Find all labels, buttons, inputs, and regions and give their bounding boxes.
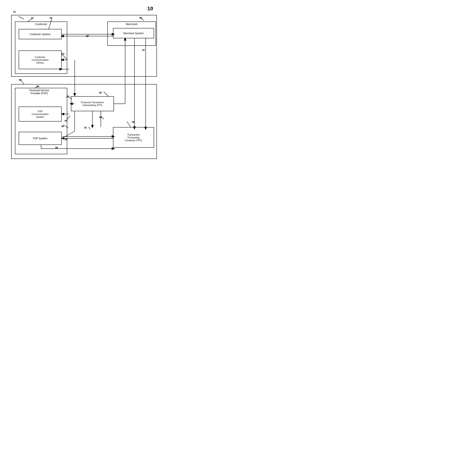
ref-12: 12 (13, 10, 16, 13)
ref-34: 34 (36, 85, 39, 88)
ref-44: 44 (64, 119, 67, 122)
ref-26: 26 (132, 121, 135, 123)
customer-system-box: Customer System (19, 29, 62, 39)
ref-30: 30 (19, 79, 21, 81)
ref-18: 18 (50, 17, 52, 19)
customer-label: Customer (30, 22, 52, 26)
ref-48: 48 (99, 91, 102, 94)
fsp-label: Financial ServiceProvider (FSP) (17, 89, 62, 95)
ref-20: 20 (142, 49, 145, 51)
tpc-box: TransactionProcessingCompany (TPC) (113, 127, 154, 148)
diagram: 10 12 14 18 Customer Customer System Cus… (4, 4, 164, 165)
ref-38: 38 (55, 146, 58, 149)
ref-40: 40 (61, 125, 64, 128)
fti-box: Financial TransactionIntermediary (FTI) (71, 96, 114, 111)
fsp-system-box: FSP System (19, 132, 62, 145)
merchant-label: Merchant (117, 22, 147, 26)
figure-number: 10 (147, 6, 153, 12)
ref-46: 46 (99, 116, 102, 119)
ref-14: 14 (31, 17, 34, 19)
ref-42: 42 (66, 95, 69, 98)
customer-comm-device-box: CustomerCommunicationDevice (19, 51, 62, 69)
ref-16: 16 (139, 17, 142, 19)
ref-36: 36 (64, 138, 67, 141)
fsp-comm-system-box: FSPCommunicationSystem (19, 106, 62, 122)
ref-22: 22 (86, 35, 88, 37)
ref-24: 24 (62, 52, 64, 55)
ref-32: 32 (84, 126, 87, 129)
merchant-system-box: Merchant System (113, 28, 154, 38)
